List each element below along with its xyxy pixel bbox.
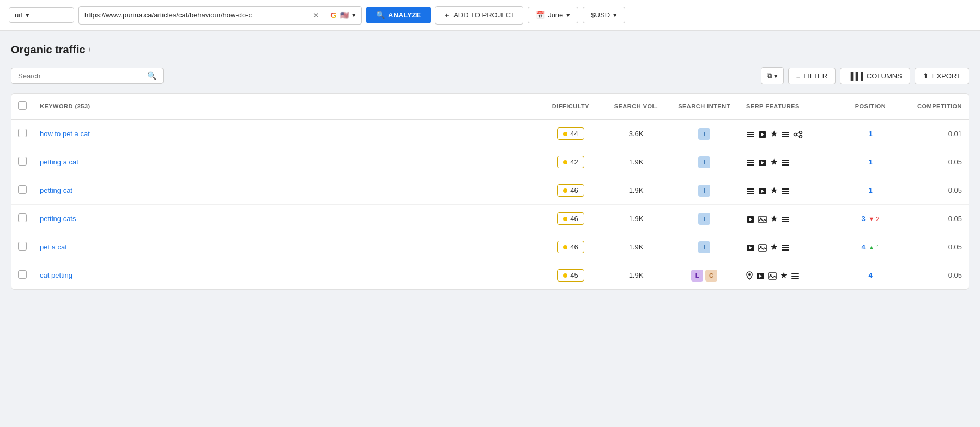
- serp-icon-video: [746, 242, 755, 251]
- search-intent-cell: I: [669, 205, 740, 233]
- copy-button[interactable]: ⧉ ▾: [761, 67, 784, 84]
- search-intent-cell: I: [669, 233, 740, 261]
- table-row: petting cat461.9KI★10.05: [11, 176, 969, 205]
- serp-features-cell: ★: [740, 119, 838, 148]
- serp-icon-list: [746, 130, 755, 138]
- search-intent-header[interactable]: SEARCH INTENT: [669, 94, 740, 119]
- info-icon[interactable]: i: [89, 46, 90, 54]
- competition-header[interactable]: COMPETITION: [903, 94, 969, 119]
- intent-badge: I: [698, 213, 710, 225]
- keyword-link[interactable]: petting cat: [40, 186, 72, 194]
- add-project-button[interactable]: ＋ ADD TO PROJECT: [435, 6, 523, 25]
- row-checkbox[interactable]: [18, 213, 27, 222]
- june-chevron: ▾: [566, 11, 570, 19]
- columns-icon: ▐▐▐: [848, 72, 863, 80]
- serp-icon-list: [781, 158, 790, 167]
- difficulty-dot: [563, 132, 567, 136]
- position-header[interactable]: POSITION: [838, 94, 903, 119]
- url-input[interactable]: [84, 11, 310, 19]
- table-row: petting cats461.9KI★3 ▼ 20.05: [11, 205, 969, 233]
- keyword-link[interactable]: cat petting: [40, 271, 72, 279]
- search-vol-cell: 1.9K: [603, 233, 669, 261]
- keyword-link[interactable]: how to pet a cat: [40, 130, 90, 138]
- intent-badge: I: [698, 156, 710, 168]
- serp-features-header[interactable]: SERP FEATURES: [740, 94, 838, 119]
- url-type-chevron: ▾: [26, 11, 29, 19]
- flag-chevron[interactable]: ▾: [352, 11, 356, 19]
- june-label: June: [548, 11, 563, 19]
- serp-features-cell: ★: [740, 176, 838, 205]
- topbar: url ▾ ✕ G 🇺🇸 ▾ 🔍 ANALYZE ＋ ADD TO PROJEC…: [0, 0, 980, 30]
- toolbar: 🔍 ⧉ ▾ ≡ FILTER ▐▐▐ COLUMNS ⬆ EXPORT: [11, 67, 969, 84]
- search-vol-cell: 1.9K: [603, 176, 669, 205]
- serp-icon-list: [781, 215, 790, 223]
- competition-cell: 0.01: [903, 119, 969, 148]
- position-change: ▼ 2: [868, 216, 879, 222]
- competition-value: 0.05: [948, 186, 962, 194]
- keyword-table: KEYWORD (253) DIFFICULTY SEARCH VOL. SEA…: [11, 94, 969, 289]
- svg-point-10: [800, 135, 802, 138]
- serp-icon-star: ★: [770, 213, 778, 224]
- difficulty-dot: [563, 217, 567, 221]
- serp-icon-star: ★: [770, 242, 778, 252]
- search-input[interactable]: [18, 72, 143, 80]
- analyze-button[interactable]: 🔍 ANALYZE: [366, 7, 431, 23]
- intent-badge: I: [698, 185, 710, 197]
- keyword-link[interactable]: pet a cat: [40, 243, 67, 251]
- usd-button[interactable]: $USD ▾: [583, 7, 625, 23]
- search-intent-cell: I: [669, 176, 740, 205]
- position-change: ▲ 1: [868, 244, 879, 251]
- url-type-select[interactable]: url ▾: [9, 7, 74, 23]
- serp-icon-image: [758, 242, 767, 251]
- copy-chevron: ▾: [774, 72, 778, 80]
- difficulty-dot: [563, 273, 567, 278]
- row-checkbox[interactable]: [18, 129, 27, 137]
- svg-point-8: [794, 133, 797, 136]
- search-intent-cell: I: [669, 119, 740, 148]
- june-button[interactable]: 📅 June ▾: [528, 7, 578, 23]
- serp-icon-list: [791, 271, 800, 280]
- serp-icon-list: [781, 186, 790, 195]
- columns-button[interactable]: ▐▐▐ COLUMNS: [840, 68, 910, 84]
- intent-badge: I: [698, 128, 710, 140]
- page-title: Organic traffic i: [11, 44, 969, 56]
- competition-cell: 0.05: [903, 261, 969, 290]
- search-vol-cell: 3.6K: [603, 119, 669, 148]
- search-intent-cell: LC: [669, 261, 740, 290]
- position-cell: 4: [838, 261, 903, 290]
- serp-features-cell: ★: [740, 205, 838, 233]
- position-cell: 3 ▼ 2: [838, 205, 903, 233]
- difficulty-header[interactable]: DIFFICULTY: [538, 94, 603, 119]
- search-vol-cell: 1.9K: [603, 148, 669, 176]
- columns-label: COLUMNS: [867, 72, 902, 80]
- row-checkbox[interactable]: [18, 157, 27, 166]
- position-value: 1: [868, 158, 872, 166]
- search-vol-header[interactable]: SEARCH VOL.: [603, 94, 669, 119]
- row-checkbox[interactable]: [18, 185, 27, 194]
- intent-badge: I: [698, 241, 710, 253]
- position-cell: 1: [838, 176, 903, 205]
- keyword-link[interactable]: petting a cat: [40, 158, 78, 166]
- calendar-icon: 📅: [536, 11, 545, 19]
- keyword-header[interactable]: KEYWORD (253): [33, 94, 538, 119]
- keyword-link[interactable]: petting cats: [40, 215, 76, 223]
- filter-icon: ≡: [796, 72, 801, 80]
- select-all-checkbox[interactable]: [18, 101, 27, 110]
- position-cell: 1: [838, 148, 903, 176]
- serp-icon-list: [781, 130, 790, 138]
- url-clear-icon[interactable]: ✕: [313, 11, 319, 20]
- row-checkbox[interactable]: [18, 242, 27, 251]
- position-value: 1: [868, 130, 872, 138]
- row-checkbox[interactable]: [18, 270, 27, 279]
- export-button[interactable]: ⬆ EXPORT: [915, 68, 969, 84]
- analyze-label: ANALYZE: [388, 11, 421, 19]
- filter-button[interactable]: ≡ FILTER: [788, 68, 836, 84]
- flag-icon: 🇺🇸: [340, 11, 349, 19]
- competition-value: 0.01: [948, 130, 962, 138]
- position-value: 4: [862, 243, 866, 251]
- competition-cell: 0.05: [903, 176, 969, 205]
- difficulty-badge: 46: [557, 212, 584, 225]
- select-all-header[interactable]: [11, 94, 33, 119]
- competition-value: 0.05: [948, 158, 962, 166]
- table-row: cat petting451.9KLC★40.05: [11, 261, 969, 290]
